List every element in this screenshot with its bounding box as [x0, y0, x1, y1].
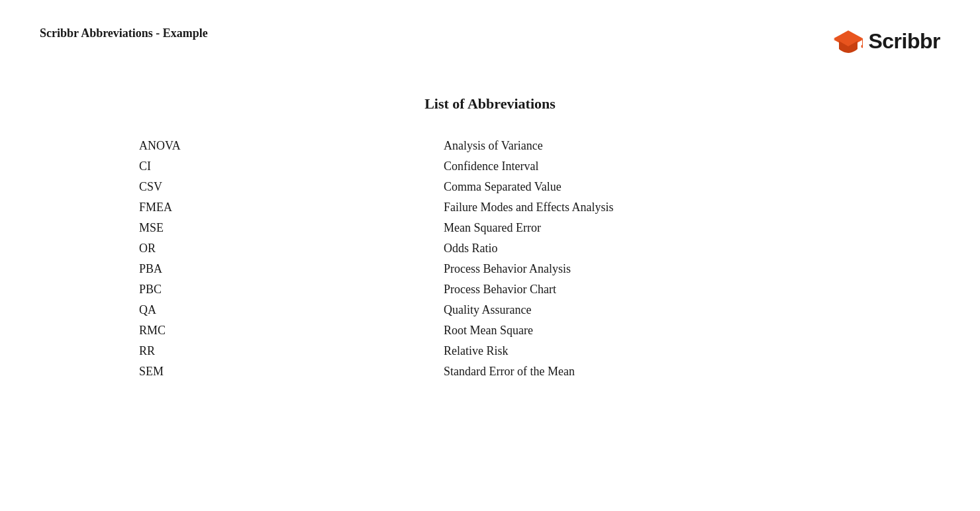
- abbr-term: RMC: [126, 324, 444, 338]
- abbr-term: PBC: [126, 283, 444, 297]
- svg-point-4: [861, 45, 863, 48]
- table-row: ANOVAAnalysis of Variance: [126, 139, 854, 153]
- abbr-definition: Odds Ratio: [444, 242, 854, 256]
- table-row: MSEMean Squared Error: [126, 221, 854, 235]
- abbr-term: MSE: [126, 221, 444, 235]
- abbr-definition: Quality Assurance: [444, 303, 854, 317]
- main-content: List of Abbreviations ANOVAAnalysis of V…: [40, 95, 940, 385]
- table-row: RRRelative Risk: [126, 344, 854, 358]
- table-row: QAQuality Assurance: [126, 303, 854, 317]
- abbr-definition: Process Behavior Analysis: [444, 262, 854, 276]
- abbr-definition: Failure Modes and Effects Analysis: [444, 201, 854, 214]
- abbr-term: SEM: [126, 365, 444, 379]
- abbr-definition: Relative Risk: [444, 344, 854, 358]
- abbr-term: RR: [126, 344, 444, 358]
- table-row: FMEAFailure Modes and Effects Analysis: [126, 201, 854, 214]
- abbr-definition: Mean Squared Error: [444, 221, 854, 235]
- table-row: PBAProcess Behavior Analysis: [126, 262, 854, 276]
- table-row: PBCProcess Behavior Chart: [126, 283, 854, 297]
- scribbr-logo-text: Scribbr: [868, 29, 940, 54]
- table-row: CIConfidence Interval: [126, 160, 854, 173]
- abbr-term: OR: [126, 242, 444, 256]
- abbr-definition: Process Behavior Chart: [444, 283, 854, 297]
- abbr-definition: Standard Error of the Mean: [444, 365, 854, 379]
- table-row: CSVComma Separated Value: [126, 180, 854, 194]
- abbr-definition: Confidence Interval: [444, 160, 854, 173]
- scribbr-logo: Scribbr: [834, 26, 940, 56]
- list-heading: List of Abbreviations: [424, 95, 556, 113]
- abbr-term: PBA: [126, 262, 444, 276]
- abbr-definition: Root Mean Square: [444, 324, 854, 338]
- page-container: Scribbr Abbreviations - Example Scribbr …: [0, 0, 980, 511]
- table-row: RMCRoot Mean Square: [126, 324, 854, 338]
- page-title: Scribbr Abbreviations - Example: [40, 26, 208, 40]
- abbr-definition: Analysis of Variance: [444, 139, 854, 153]
- abbr-definition: Comma Separated Value: [444, 180, 854, 194]
- header: Scribbr Abbreviations - Example Scribbr: [40, 26, 940, 56]
- table-row: SEMStandard Error of the Mean: [126, 365, 854, 379]
- scribbr-logo-icon: [834, 26, 863, 56]
- abbr-term: ANOVA: [126, 139, 444, 153]
- abbreviations-table: ANOVAAnalysis of VarianceCIConfidence In…: [126, 139, 854, 385]
- abbr-term: CI: [126, 160, 444, 173]
- table-row: OROdds Ratio: [126, 242, 854, 256]
- abbr-term: QA: [126, 303, 444, 317]
- abbr-term: CSV: [126, 180, 444, 194]
- abbr-term: FMEA: [126, 201, 444, 214]
